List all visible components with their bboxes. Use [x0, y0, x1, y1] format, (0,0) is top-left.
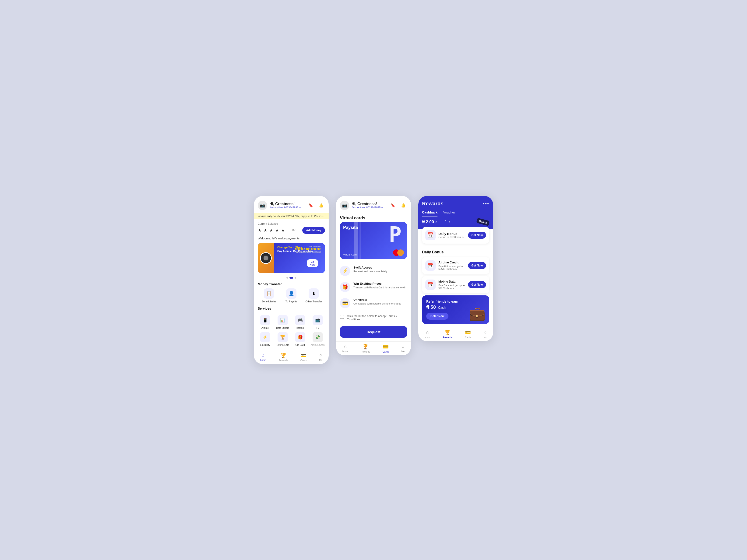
swift-title: Swift Access — [354, 266, 387, 269]
win-label: Win Between — [295, 245, 321, 247]
screen1-phone: 📷 Hi, Greatness! Account No. 8023847895 … — [254, 196, 329, 364]
services-title: Services — [258, 306, 325, 313]
home2-label: home — [342, 350, 348, 353]
voucher-balance[interactable]: 1 > — [445, 219, 450, 224]
terms-row: Click the button below to accept Terms &… — [336, 311, 411, 324]
nav3-me[interactable]: ○ Me — [484, 330, 487, 339]
copy-icon[interactable]: ⧉ — [299, 206, 301, 209]
carousel-dots — [254, 277, 329, 278]
features-list: ⚡ Swift Access Request and use immediate… — [336, 263, 411, 311]
rewards-icon: 🏆 — [280, 352, 286, 358]
add-money-button[interactable]: Add Money — [302, 227, 325, 234]
top-daily-bonus-card: 📅 Daily Bonus Get up to N100 bonus Get N… — [422, 227, 489, 244]
tab-cashback[interactable]: Cashback — [422, 211, 437, 217]
mobile-data-get-button[interactable]: Get Now — [468, 281, 486, 288]
card-letter-glyph: P — [389, 224, 402, 245]
mobile-data-text: Mobile Data Buy Data and get up to 5% Ca… — [438, 280, 465, 290]
nav-me[interactable]: ○ Me — [319, 352, 323, 362]
bottom-nav3: ⌂ home 🏆 Rewards 💳 Cards ○ Me — [418, 327, 493, 341]
refer-headline: Refer friends to earn — [426, 300, 485, 303]
transfer-item-topaysita[interactable]: 👤 To Paysita — [282, 288, 301, 303]
transfer-item-beneficiaries[interactable]: 📋 Beneficiaries — [260, 288, 278, 303]
tv-icon: 📺 — [313, 315, 323, 325]
greeting2-section: Hi, Greatness! Account No. 8023847895 ⧉ — [352, 202, 389, 209]
nav2-cards[interactable]: 💳 Cards — [383, 344, 389, 353]
top-bonus-icon: 📅 — [425, 230, 436, 240]
topaysita-label: To Paysita — [285, 300, 298, 303]
header-icons: 🔖 🔔 — [307, 202, 325, 209]
cashback-balance[interactable]: ₦ 2.00 > — [422, 219, 437, 224]
briefcase-icon: 💼 — [469, 306, 486, 322]
universal-text: Universal Compatible with notable online… — [354, 298, 401, 305]
go-now-button[interactable]: Go Now — [307, 259, 318, 267]
bookmark-icon[interactable]: 🔖 — [307, 202, 315, 209]
tab-voucher[interactable]: Voucher — [443, 211, 455, 217]
reward-mobile-data: 📅 Mobile Data Buy Data and get up to 5% … — [422, 276, 489, 293]
airtime-credit-icon: 📅 — [425, 260, 436, 271]
mobile-data-title: Mobile Data — [438, 280, 465, 283]
swift-desc: Request and use immediately — [354, 270, 387, 273]
header2-icons: 🔖 🔔 — [389, 202, 407, 209]
nav-rewards[interactable]: 🏆 Rewards — [279, 352, 288, 362]
win-sub: and Guaranteed Cashback — [295, 251, 321, 253]
nav2-home[interactable]: ⌂ home — [342, 344, 348, 353]
betting-icon: 🎮 — [295, 315, 305, 325]
nav-home[interactable]: ⌂ home — [260, 352, 266, 362]
service-betting[interactable]: 🎮 Betting — [293, 315, 307, 329]
airtime-credit-text: Airtime Credit Buy Airtime and get up to… — [438, 261, 465, 270]
service-refer[interactable]: 🏆 Refer & Earn — [275, 332, 290, 346]
service-databundle[interactable]: 📊 Data Bundle — [275, 315, 290, 329]
nav2-rewards[interactable]: 🏆 Rewards — [361, 344, 370, 353]
virtual-cards-title: Virtual cards — [336, 213, 411, 222]
home-label: home — [260, 359, 266, 362]
services-grid: 📱 Airtime 📊 Data Bundle 🎮 Betting 📺 TV ⚡ — [258, 315, 325, 346]
service-tv[interactable]: 📺 TV — [310, 315, 325, 329]
rewards-title: Rewards — [422, 201, 443, 207]
electricity-label: Electricity — [260, 344, 270, 346]
bell2-icon[interactable]: 🔔 — [400, 202, 407, 209]
home-icon: ⌂ — [262, 352, 264, 358]
nav-cards[interactable]: 💳 Cards — [301, 352, 307, 362]
me3-label: Me — [484, 336, 487, 339]
transfer-item-other[interactable]: ⬇ Other Transfer — [304, 288, 323, 303]
rewards-header: Rewards ••• Cashback Voucher — [418, 196, 493, 217]
greeting-section: Hi, Greatness! Account No. 8023847895 ⧉ — [269, 202, 307, 209]
avatar2: 📷 — [340, 201, 349, 210]
cashback-value: ₦ 2.00 — [422, 219, 434, 224]
top-bonus-get-button[interactable]: Get Now — [468, 232, 486, 239]
airtime-credit-get-button[interactable]: Get Now — [468, 262, 486, 269]
bookmark2-icon[interactable]: 🔖 — [389, 202, 397, 209]
service-giftcard[interactable]: 🎁 Gift Card — [293, 332, 307, 346]
refer-banner: Refer friends to earn ₦ 50 Cash Refer No… — [422, 295, 489, 324]
copy2-icon[interactable]: ⧉ — [381, 206, 383, 209]
nav3-cards[interactable]: 💳 Cards — [465, 330, 471, 339]
giftcard-label: Gift Card — [295, 344, 305, 346]
bonus-tag: Bonus — [476, 218, 490, 226]
request-button[interactable]: Request — [340, 326, 407, 338]
more-options-icon[interactable]: ••• — [483, 201, 489, 207]
nav3-rewards[interactable]: 🏆 Rewards — [443, 330, 453, 339]
service-airtime2cash[interactable]: 💸 Airtime2Cash — [310, 332, 325, 346]
terms-checkbox[interactable] — [340, 315, 344, 319]
universal-icon: 💳 — [340, 298, 350, 308]
cards3-label: Cards — [465, 336, 471, 339]
refer-value: ₦ 50 — [426, 304, 436, 310]
screen2-header: 📷 Hi, Greatness! Account No. 8023847895 … — [336, 196, 411, 213]
nav2-me[interactable]: ○ Me — [401, 344, 405, 353]
nav3-home[interactable]: ⌂ home — [424, 330, 431, 339]
bottom-nav: ⌂ home 🏆 Rewards 💳 Cards ○ Me — [254, 350, 329, 364]
money-transfer-row: 📋 Beneficiaries 👤 To Paysita ⬇ Other Tra… — [254, 288, 329, 306]
eye-toggle[interactable]: 👁 — [292, 228, 296, 233]
home2-icon: ⌂ — [344, 344, 347, 349]
refer-now-button[interactable]: Refer Now — [426, 313, 448, 320]
me3-icon: ○ — [484, 330, 487, 335]
rewards2-icon: 🏆 — [363, 344, 368, 349]
service-electricity[interactable]: ⚡ Electricity — [258, 332, 273, 346]
airtime-label: Airtime — [261, 327, 269, 329]
virtual-card: Paysita P Virtual Card — [340, 222, 407, 259]
service-airtime[interactable]: 📱 Airtime — [258, 315, 273, 329]
me2-label: Me — [401, 350, 405, 353]
greeting-text: Hi, Greatness! — [269, 202, 307, 206]
win-text: Win Exciting Prices Transact with Paysit… — [354, 282, 406, 289]
bell-icon[interactable]: 🔔 — [317, 202, 325, 209]
